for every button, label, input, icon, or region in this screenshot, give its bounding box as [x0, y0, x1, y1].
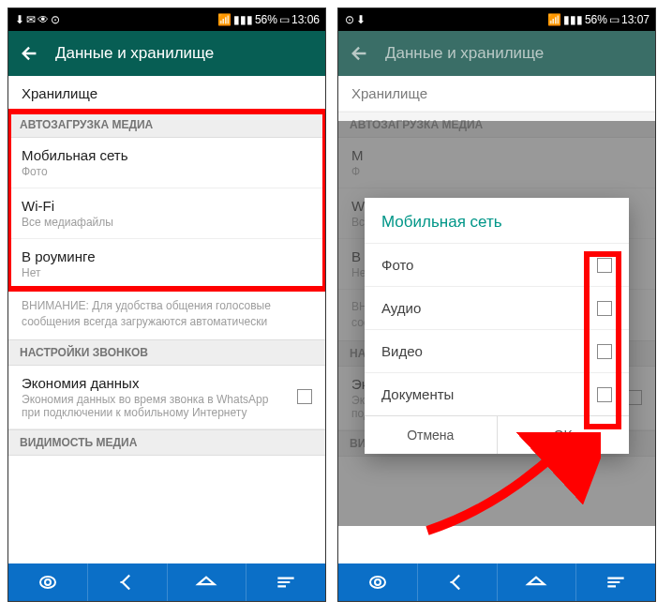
- app-bar: Данные и хранилище: [338, 31, 655, 76]
- wifi-row[interactable]: Wi-Fi Все медиафайлы: [8, 188, 325, 239]
- visibility-header: ВИДИМОСТЬ МЕДИА: [8, 429, 325, 456]
- system-navbar: [8, 563, 325, 601]
- battery-label: 56%: [585, 13, 607, 26]
- cancel-button[interactable]: Отмена: [365, 416, 498, 454]
- page-title: Данные и хранилище: [55, 44, 214, 63]
- wifi-icon: 📶: [217, 13, 231, 26]
- autodownload-highlight: АВТОЗАГРУЗКА МЕДИА Мобильная сеть Фото W…: [8, 112, 325, 289]
- left-screenshot: ⬇✉👁⊙ 📶 ▮▮▮ 56% ▭ 13:06 Данные и хранилищ…: [7, 8, 326, 602]
- dialog-title: Мобильная сеть: [365, 198, 629, 243]
- signal-icon: ▮▮▮: [233, 13, 253, 26]
- nav-back-icon[interactable]: [88, 563, 168, 601]
- back-icon[interactable]: [20, 43, 40, 64]
- roaming-row[interactable]: В роуминге Нет: [8, 239, 325, 289]
- datasaver-checkbox[interactable]: [297, 389, 312, 404]
- storage-row[interactable]: Хранилище: [8, 76, 325, 112]
- teamviewer-icon[interactable]: [338, 563, 418, 601]
- clock: 13:06: [291, 13, 320, 26]
- right-screenshot: ⊙⬇ 📶 ▮▮▮ 56% ▭ 13:07 Данные и хранилище …: [337, 8, 656, 602]
- app-bar: Данные и хранилище: [8, 31, 325, 76]
- clock: 13:07: [621, 13, 650, 26]
- nav-recent-icon[interactable]: [576, 563, 655, 601]
- nav-back-icon[interactable]: [418, 563, 498, 601]
- back-icon: [350, 43, 370, 64]
- mobile-row[interactable]: Мобильная сеть Фото: [8, 138, 325, 188]
- page-title: Данные и хранилище: [385, 44, 544, 63]
- system-navbar: [338, 563, 655, 601]
- status-bar: ⬇✉👁⊙ 📶 ▮▮▮ 56% ▭ 13:06: [8, 8, 325, 31]
- nav-home-icon[interactable]: [168, 563, 247, 601]
- datasaver-row[interactable]: Экономия данных Экономия данных во время…: [8, 366, 325, 429]
- settings-content: Хранилище АВТОЗАГРУЗКА МЕДИА МФ WВс ВНе …: [338, 76, 655, 563]
- checkbox-highlight: [584, 251, 621, 429]
- battery-label: 56%: [255, 13, 277, 26]
- voice-note: ВНИМАНИЕ: Для удобства общения голосовые…: [8, 289, 325, 339]
- nav-recent-icon[interactable]: [246, 563, 325, 601]
- status-bar: ⊙⬇ 📶 ▮▮▮ 56% ▭ 13:07: [338, 8, 655, 31]
- wifi-icon: 📶: [547, 13, 561, 26]
- battery-icon: ▭: [279, 13, 290, 26]
- teamviewer-icon[interactable]: [8, 563, 88, 601]
- settings-content: Хранилище АВТОЗАГРУЗКА МЕДИА Мобильная с…: [8, 76, 325, 563]
- battery-icon: ▭: [609, 13, 620, 26]
- autodownload-header: АВТОЗАГРУЗКА МЕДИА: [8, 112, 325, 138]
- calls-header: НАСТРОЙКИ ЗВОНКОВ: [8, 339, 325, 366]
- nav-home-icon[interactable]: [498, 563, 577, 601]
- signal-icon: ▮▮▮: [563, 13, 583, 26]
